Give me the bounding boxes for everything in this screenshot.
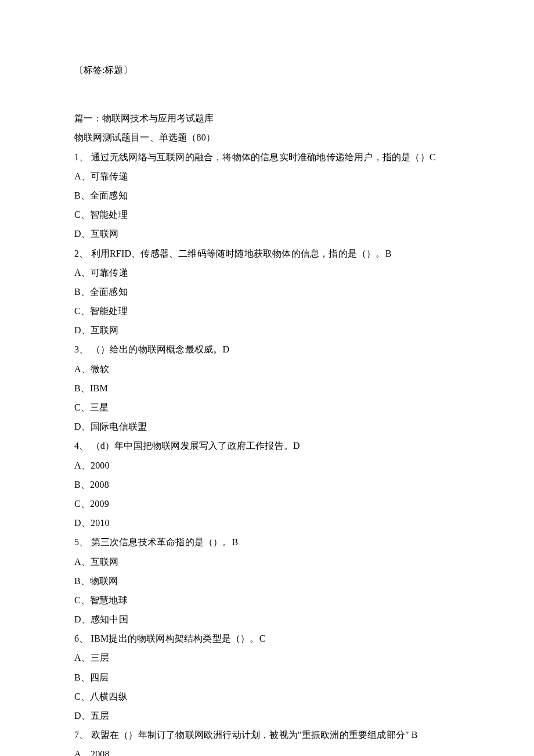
tag-header: 〔标签:标题〕 [74, 61, 460, 79]
section-title: 篇一：物联网技术与应用考试题库 [74, 109, 460, 127]
option-text: B、IBM [74, 379, 460, 397]
option-text: D、国际电信联盟 [74, 417, 460, 435]
option-text: B、全面感知 [74, 283, 460, 301]
option-text: A、互联网 [74, 553, 460, 571]
question-text: 1、 通过无线网络与互联网的融合，将物体的信息实时准确地传递给用户，指的是（）C [74, 148, 460, 166]
question-text: 6、 IBM提出的物联网构架结构类型是（）。C [74, 629, 460, 647]
option-text: A、2008 [74, 745, 460, 756]
question-text: 3、 （）给出的物联网概念最权威。D [74, 340, 460, 358]
option-text: D、感知中国 [74, 610, 460, 628]
option-text: B、2008 [74, 476, 460, 494]
question-text: 2、 利用RFID、传感器、二维码等随时随地获取物体的信息，指的是（）。B [74, 244, 460, 262]
option-text: A、2000 [74, 456, 460, 474]
question-text: 7、 欧盟在（）年制订了物联网欧洲行动计划，被视为"重振欧洲的重要组成部分" B [74, 726, 460, 744]
section-subtitle: 物联网测试题目一、单选题（80） [74, 128, 460, 146]
option-text: C、三星 [74, 398, 460, 416]
option-text: A、微软 [74, 360, 460, 378]
option-text: D、五层 [74, 707, 460, 725]
question-text: 5、 第三次信息技术革命指的是（）。B [74, 533, 460, 551]
option-text: B、四层 [74, 668, 460, 686]
option-text: D、互联网 [74, 225, 460, 243]
option-text: A、三层 [74, 649, 460, 667]
option-text: C、智慧地球 [74, 591, 460, 609]
option-text: A、可靠传递 [74, 264, 460, 282]
option-text: B、物联网 [74, 572, 460, 590]
option-text: C、2009 [74, 495, 460, 513]
option-text: B、全面感知 [74, 186, 460, 204]
option-text: C、智能处理 [74, 206, 460, 224]
option-text: A、可靠传递 [74, 167, 460, 185]
option-text: D、互联网 [74, 321, 460, 339]
option-text: D、2010 [74, 514, 460, 532]
option-text: C、八横四纵 [74, 687, 460, 705]
question-text: 4、 （d）年中国把物联网发展写入了政府工作报告。D [74, 437, 460, 455]
option-text: C、智能处理 [74, 302, 460, 320]
